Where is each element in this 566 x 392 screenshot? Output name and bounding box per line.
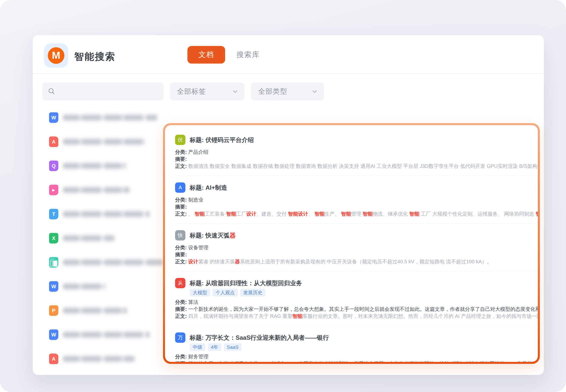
txt-file-icon: T	[49, 209, 58, 219]
file-name-redacted	[63, 163, 126, 169]
summary-label: 摘要:	[175, 306, 188, 312]
result-tag-chip[interactable]: 4年	[208, 343, 221, 351]
result-tags: 大模型个人观点发展历史	[190, 289, 302, 297]
body-line: 正文: 数据清洗 数据安全 数据集成 数据存储 数据处理 数据查询 数据分析 决…	[175, 163, 538, 170]
result-header-text: 标题: 伏锂码云平台介绍	[190, 135, 254, 145]
tab-search-library[interactable]: 搜索库	[234, 46, 262, 64]
result-title: 标题: 快速灭弧器	[190, 230, 236, 240]
web-file-icon	[49, 257, 58, 268]
category-line: 分类: 制造业	[175, 196, 538, 203]
result-header: A标题: AI+制造	[175, 182, 538, 193]
file-name-redacted	[63, 308, 127, 314]
category-line: 分类: 产品介绍	[175, 149, 538, 156]
body-label: 正文:	[175, 259, 188, 264]
file-list-item[interactable]: A	[49, 347, 165, 371]
category-label: 分类:	[175, 245, 188, 250]
pdf-file-icon: A	[49, 354, 58, 364]
file-list-item[interactable]: Q	[49, 154, 165, 178]
result-tag-chip[interactable]: 发展历史	[240, 289, 265, 297]
logo-letter: M	[52, 50, 60, 61]
file-name-redacted	[63, 115, 157, 121]
video-file-icon: ▶	[49, 185, 58, 195]
result-avatar-icon: 从	[175, 278, 185, 288]
result-tag-chip[interactable]: SaaS	[224, 343, 241, 351]
excel-file-icon: X	[49, 233, 58, 243]
highlighted-keyword: 器	[230, 232, 236, 239]
highlighted-keyword: 智能	[226, 211, 236, 217]
file-list-item[interactable]: X	[49, 226, 165, 250]
type-filter-dropdown[interactable]: 全部类型	[251, 82, 324, 101]
result-tag-chip[interactable]: 中级	[190, 343, 205, 351]
search-results-list: 伏标题: 伏锂码云平台介绍分类: 产品介绍摘要: 正文: 数据清洗 数据安全 数…	[165, 125, 538, 362]
highlighted-keyword: 智能	[363, 211, 373, 217]
result-header: 万标题: 万字长文：SaaS行业迎来新的入局者——银行中级4年SaaS	[175, 332, 538, 351]
body-label: 正文:	[175, 211, 188, 217]
tag-filter-value: 全部标签	[177, 87, 206, 96]
summary-label: 摘要:	[175, 204, 187, 210]
page-title: 智能搜索	[74, 50, 115, 63]
result-avatar-icon: 伏	[175, 135, 185, 145]
file-name-redacted	[63, 283, 106, 289]
header-divider	[33, 73, 544, 74]
result-header: 从标题: 从喧嚣回归理性：从大模型回归业务大模型个人观点发展历史	[175, 278, 538, 297]
search-result-item[interactable]: 从标题: 从喧嚣回归理性：从大模型回归业务大模型个人观点发展历史分类: 算法摘要…	[175, 271, 538, 326]
search-result-item[interactable]: A标题: AI+制造分类: 制造业摘要: 正文: 、 智能工艺装备 智能工厂设计…	[175, 176, 538, 224]
search-icon	[48, 88, 55, 95]
search-result-item[interactable]: 伏标题: 伏锂码云平台介绍分类: 产品介绍摘要: 正文: 数据清洗 数据安全 数…	[175, 128, 538, 176]
category-line: 分类: 设备管理	[175, 244, 538, 251]
file-list-item[interactable]: A	[49, 130, 165, 154]
file-list-item[interactable]: ▶	[49, 178, 165, 202]
body-line: 正文: 设计紧凑 的快速灭弧器系统原则上适用于所有新采购及现有的 中压开关设备（…	[175, 258, 538, 265]
highlighted-keyword: 智能	[314, 211, 325, 217]
file-name-redacted	[63, 332, 150, 338]
result-tag-chip[interactable]: 个人观点	[213, 289, 238, 297]
chevron-down-icon	[233, 90, 237, 93]
category-line: 分类: 算法	[175, 299, 538, 306]
file-list-item[interactable]: T	[49, 202, 165, 226]
tag-filter-dropdown[interactable]: 全部标签	[170, 82, 245, 101]
search-input[interactable]	[59, 87, 158, 95]
result-tag-chip[interactable]: 大模型	[190, 289, 210, 297]
highlighted-keyword: 设计	[188, 259, 198, 264]
body-line: 正文: 、 智能工艺装备 智能工厂设计、建造、交付 智能设计、 智能生产、 智能…	[175, 210, 538, 217]
summary-line: 摘要: 银行的入局，在某种程度上会为SaaS行业与SaaS公司带来什么样的影响？…	[175, 360, 538, 362]
summary-label: 摘要:	[175, 252, 187, 257]
file-name-redacted	[63, 211, 150, 217]
category-line: 分类: 财务管理	[175, 353, 538, 360]
search-result-item[interactable]: 万标题: 万字长文：SaaS行业迎来新的入局者——银行中级4年SaaS分类: 财…	[175, 326, 538, 362]
summary-line: 摘要:	[175, 156, 538, 163]
file-name-redacted	[63, 235, 114, 241]
search-box	[42, 82, 164, 101]
highlighted-keyword: 智能	[536, 211, 538, 217]
summary-line: 摘要: 一个新技术的诞生，因为大家一开始不够了解，总会夸大想象。其实上手一段时间…	[175, 306, 538, 313]
result-header-text: 标题: 从喧嚣回归理性：从大模型回归业务大模型个人观点发展历史	[190, 278, 302, 297]
result-title-label: 标题:	[190, 280, 206, 286]
q-file-icon: Q	[49, 161, 58, 171]
file-list-item[interactable]: W	[49, 323, 165, 347]
word-file-icon: W	[49, 329, 58, 340]
result-title-label: 标题:	[190, 334, 206, 341]
file-name-redacted	[63, 259, 164, 265]
ppt-file-icon: P	[49, 305, 58, 316]
file-list-item[interactable]	[49, 250, 165, 274]
word-file-icon: W	[49, 281, 58, 292]
summary-line: 摘要:	[175, 251, 538, 258]
file-list-item[interactable]: P	[49, 299, 165, 323]
file-name-redacted	[63, 356, 135, 362]
highlighted-keyword: 智能	[293, 313, 303, 319]
tab-documents[interactable]: 文档	[187, 46, 225, 64]
pdf-file-icon: A	[49, 136, 58, 147]
highlighted-keyword: 设计	[246, 211, 256, 217]
app-logo: M	[44, 43, 68, 68]
body-label: 正文:	[175, 163, 188, 169]
result-avatar-icon: 快	[175, 230, 185, 240]
search-result-item[interactable]: 快标题: 快速灭弧器分类: 设备管理摘要: 正文: 设计紧凑 的快速灭弧器系统原…	[175, 224, 538, 271]
logo-circle: M	[48, 47, 64, 64]
result-title: 标题: 万字长文：SaaS行业迎来新的入局者——银行	[190, 332, 329, 343]
summary-line: 摘要:	[175, 203, 538, 210]
summary-label: 摘要:	[175, 156, 187, 162]
file-list-item[interactable]: W	[49, 274, 165, 299]
result-title: 标题: 伏锂码云平台介绍	[190, 135, 254, 145]
file-list-item[interactable]: W	[49, 106, 165, 130]
result-title: 标题: AI+制造	[190, 182, 227, 193]
